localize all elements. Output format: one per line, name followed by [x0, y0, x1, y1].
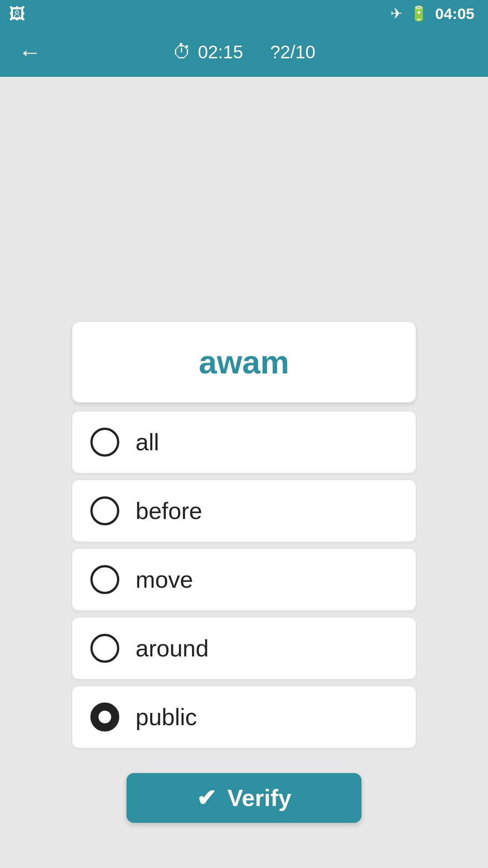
- option-all-label: all: [136, 429, 159, 456]
- back-button[interactable]: ←: [18, 40, 42, 64]
- header-center: ⏱ 02:15 ?2/10: [173, 41, 315, 63]
- timer-value: 02:15: [198, 42, 243, 62]
- status-time: 04:05: [435, 5, 474, 23]
- verify-checkmark-icon: ✔: [197, 784, 216, 811]
- header-bar: ← ⏱ 02:15 ?2/10: [0, 27, 488, 77]
- radio-all: [90, 428, 119, 457]
- word-text: awam: [199, 344, 289, 380]
- status-bar: 🖼 ✈ 🔋 04:05: [0, 0, 488, 27]
- timer-icon: ⏱: [173, 41, 192, 63]
- radio-move: [90, 565, 119, 594]
- quiz-container: awam all before move around public ✔ Ver…: [72, 322, 416, 823]
- verify-label: Verify: [227, 784, 291, 811]
- option-all[interactable]: all: [72, 411, 416, 473]
- question-counter: ?2/10: [270, 42, 315, 62]
- option-before-label: before: [136, 497, 202, 524]
- word-card: awam: [72, 322, 416, 402]
- option-around-label: around: [136, 635, 209, 662]
- question-counter-value: ?2/10: [270, 42, 315, 62]
- option-around[interactable]: around: [72, 618, 416, 679]
- main-content: awam all before move around public ✔ Ver…: [0, 77, 488, 868]
- battery-icon: 🔋: [410, 5, 428, 22]
- radio-public: [90, 703, 119, 731]
- photo-icon: 🖼: [9, 5, 25, 24]
- verify-button[interactable]: ✔ Verify: [127, 773, 361, 823]
- option-before[interactable]: before: [72, 480, 416, 542]
- option-move[interactable]: move: [72, 549, 416, 610]
- radio-before: [90, 496, 119, 525]
- option-public[interactable]: public: [72, 686, 416, 748]
- option-move-label: move: [136, 566, 193, 593]
- option-public-label: public: [136, 703, 197, 731]
- radio-around: [90, 634, 119, 663]
- timer-display: ⏱ 02:15: [173, 41, 243, 63]
- airplane-icon: ✈: [390, 5, 403, 22]
